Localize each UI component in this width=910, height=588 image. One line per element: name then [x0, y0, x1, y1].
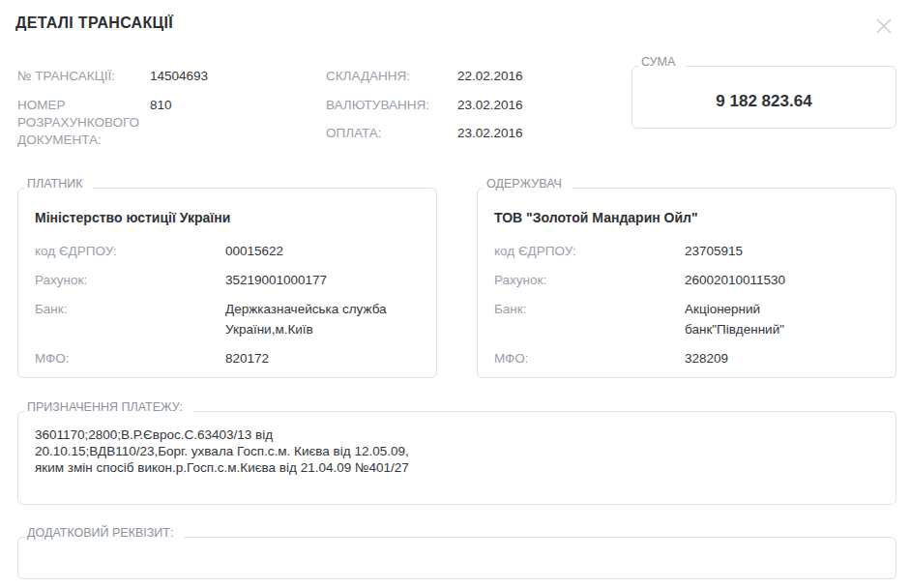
- compose-date-value: 22.02.2016: [457, 68, 523, 85]
- recipient-legend: ОДЕРЖУВАЧ: [484, 177, 572, 191]
- recipient-bank-label: Банк:: [494, 299, 685, 339]
- payment-date-label: ОПЛАТА:: [326, 125, 382, 142]
- close-icon: [874, 16, 894, 36]
- recipient-account-row: Рахунок: 26002010011530: [494, 270, 882, 290]
- payer-account-value: 35219001000177: [225, 270, 327, 290]
- page-title: ДЕТАЛІ ТРАНСАКЦІЇ: [15, 15, 173, 32]
- payer-name: Міністерство юстиції України: [35, 208, 423, 227]
- additional-requisite-panel: ДОДАТКОВИЙ РЕКВІЗИТ:: [17, 537, 896, 579]
- close-button[interactable]: [871, 14, 896, 39]
- sum-panel: СУМА 9 182 823.64: [631, 66, 896, 129]
- payment-date-value: 23.02.2016: [457, 125, 523, 142]
- payer-bank-row: Банк: Держказначейська служба України,м.…: [35, 299, 423, 339]
- value-date-value: 23.02.2016: [457, 97, 523, 114]
- recipient-account-label: Рахунок:: [494, 270, 685, 290]
- recipient-edrpou-row: код ЄДРПОУ: 23705915: [494, 241, 882, 261]
- recipient-mfo-value: 328209: [685, 348, 728, 368]
- recipient-bank-row: Банк: Акціонерний банк"Південний": [494, 299, 882, 339]
- sum-value: 9 182 823.64: [716, 84, 811, 111]
- payer-edrpou-label: код ЄДРПОУ:: [35, 241, 225, 261]
- transaction-number-value: 14504693: [150, 68, 208, 85]
- recipient-panel: ОДЕРЖУВАЧ ТОВ "Золотой Мандарин Ойл" код…: [477, 188, 896, 378]
- payment-purpose-text: 3601170;2800;В.Р.Єврос.С.63403/13 від 20…: [35, 426, 876, 476]
- doc-number-label: НОМЕР РОЗРАХУНКОВОГО ДОКУМЕНТА:: [17, 97, 145, 149]
- doc-number-value: 810: [150, 97, 172, 114]
- transaction-number-label: № ТРАНСАКЦІЇ:: [17, 68, 115, 85]
- recipient-mfo-label: МФО:: [494, 348, 685, 368]
- compose-date-label: СКЛАДАННЯ:: [326, 68, 410, 85]
- payer-edrpou-value: 00015622: [225, 241, 283, 261]
- recipient-name: ТОВ "Золотой Мандарин Ойл": [494, 208, 882, 227]
- recipient-account-value: 26002010011530: [685, 270, 785, 290]
- payer-bank-label: Банк:: [35, 299, 225, 339]
- sum-legend: СУМА: [638, 55, 686, 69]
- recipient-edrpou-label: код ЄДРПОУ:: [494, 241, 685, 261]
- payer-mfo-value: 820172: [225, 348, 269, 368]
- payer-mfo-row: МФО: 820172: [35, 348, 423, 368]
- recipient-bank-value: Акціонерний банк"Південний": [685, 299, 830, 339]
- payer-mfo-label: МФО:: [35, 348, 225, 368]
- payer-account-row: Рахунок: 35219001000177: [35, 270, 423, 290]
- payer-legend: ПЛАТНИК: [24, 177, 93, 191]
- value-date-label: ВАЛЮТУВАННЯ:: [326, 97, 429, 114]
- recipient-mfo-row: МФО: 328209: [494, 348, 882, 368]
- payer-panel: ПЛАТНИК Міністерство юстиції України код…: [17, 188, 437, 378]
- payer-edrpou-row: код ЄДРПОУ: 00015622: [35, 241, 423, 261]
- recipient-edrpou-value: 23705915: [685, 241, 743, 261]
- payer-account-label: Рахунок:: [35, 270, 225, 290]
- additional-requisite-legend: ДОДАТКОВИЙ РЕКВІЗИТ:: [24, 526, 184, 540]
- payment-purpose-panel: ПРИЗНАЧЕННЯ ПЛАТЕЖУ: 3601170;2800;В.Р.Єв…: [17, 411, 896, 505]
- payer-bank-value: Держказначейська служба України,м.Київ: [225, 299, 423, 339]
- payment-purpose-legend: ПРИЗНАЧЕННЯ ПЛАТЕЖУ:: [24, 400, 193, 414]
